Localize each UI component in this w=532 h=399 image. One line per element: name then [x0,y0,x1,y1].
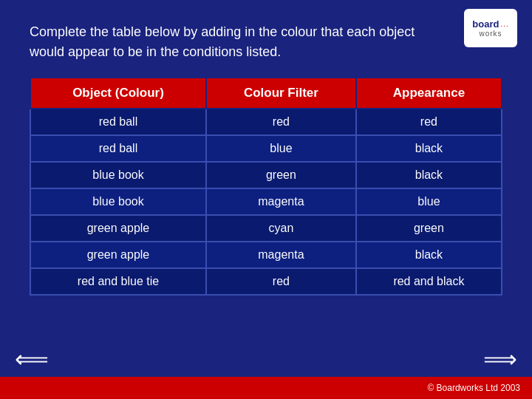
table-cell: magenta [206,188,356,215]
table-row: red ballredred [30,109,502,135]
table-cell: green apple [30,242,206,268]
table-cell: green [356,215,502,242]
instruction-text: Complete the table below by adding in th… [30,22,443,62]
table-cell: green [206,162,356,188]
table-cell: red [206,268,356,295]
main-content: Complete the table below by adding in th… [0,0,532,310]
table-header-row: Object (Colour) Colour Filter Appearance [30,78,502,109]
table-row: blue bookmagentablue [30,188,502,215]
logo-dots: ... [500,20,508,28]
footer-copyright: © Boardworks Ltd 2003 [427,383,520,393]
table-row: blue bookgreenblack [30,162,502,188]
table-row: red ballblueblack [30,135,502,162]
logo-board: board [472,18,499,30]
table-row: red and blue tieredred and black [30,268,502,295]
footer: © Boardworks Ltd 2003 [0,377,532,399]
table-row: green applemagentablack [30,242,502,268]
table-cell: red ball [30,109,206,135]
table-cell: green apple [30,215,206,242]
table-cell: red [206,109,356,135]
table-cell: blue book [30,188,206,215]
table-cell: black [356,242,502,268]
table-cell: red and black [356,268,502,295]
col-header-appearance: Appearance [356,78,502,109]
table-cell: red [356,109,502,135]
table-cell: blue [206,135,356,162]
logo-top: board ... [472,18,508,30]
table-cell: cyan [206,215,356,242]
table-cell: black [356,135,502,162]
table-cell: red and blue tie [30,268,206,295]
logo-works: works [479,30,502,38]
table-row: green applecyangreen [30,215,502,242]
data-table: Object (Colour) Colour Filter Appearance… [30,77,502,296]
table-cell: blue book [30,162,206,188]
nav-arrow-right[interactable]: ⟹ [483,345,517,373]
table-cell: blue [356,188,502,215]
col-header-filter: Colour Filter [206,78,356,109]
table-cell: black [356,162,502,188]
table-cell: magenta [206,242,356,268]
col-header-object: Object (Colour) [30,78,206,109]
table-cell: red ball [30,135,206,162]
nav-arrow-left[interactable]: ⟸ [15,345,49,373]
logo: board ... works [464,9,517,47]
